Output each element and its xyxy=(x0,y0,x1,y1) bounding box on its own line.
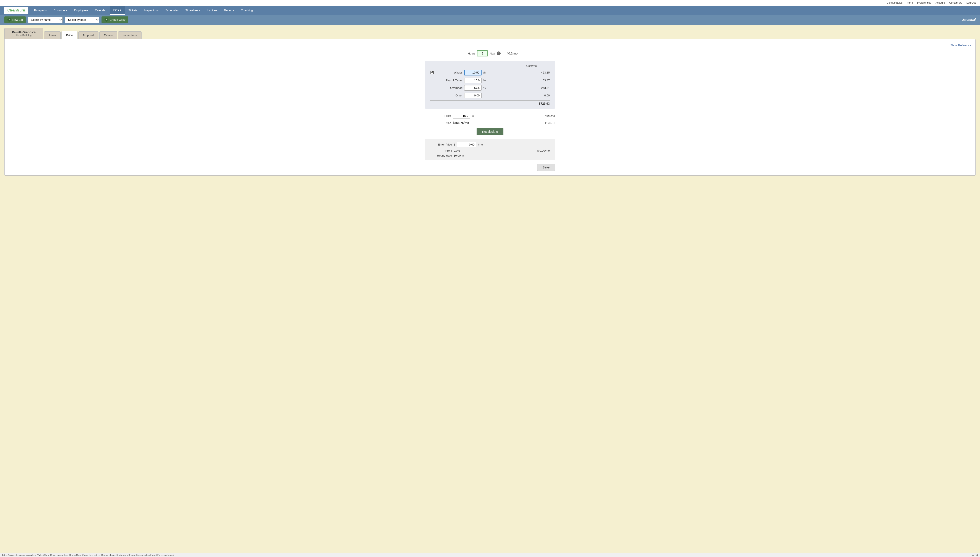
tab-company[interactable]: Pevelli Graphics Lima Building xyxy=(4,28,43,39)
hours-input[interactable] xyxy=(477,50,488,57)
log-out-link[interactable]: Log Out xyxy=(966,1,976,4)
contact-us-link[interactable]: Contact Us xyxy=(949,1,962,4)
price-row: Price $858.75/mo $128.81 xyxy=(425,121,555,125)
cost-total: $729.93 xyxy=(539,102,550,105)
payroll-taxes-row: 💾 Payroll Taxes % 63.47 xyxy=(430,78,550,83)
top-utility-bar: Consumables Form Preferences Account Con… xyxy=(0,0,980,6)
profit-input[interactable] xyxy=(453,113,470,119)
select-by-name-dropdown[interactable]: Select by name xyxy=(28,17,62,23)
other-row: 💾 Other 0.00 xyxy=(430,93,550,98)
new-bid-button[interactable]: ▶ New Bid xyxy=(4,16,26,23)
help-icon[interactable]: ? xyxy=(497,52,501,55)
payroll-taxes-input[interactable] xyxy=(464,78,482,83)
nav-prospects[interactable]: Prospects xyxy=(31,6,50,15)
payroll-taxes-unit: % xyxy=(483,79,489,82)
other-input[interactable] xyxy=(464,93,482,98)
price-value: $858.75/mo xyxy=(453,121,479,125)
content-area: Pevelli Graphics Lima Building Areas Pri… xyxy=(0,24,980,179)
nav-coaching[interactable]: Coaching xyxy=(238,6,256,15)
status-url: https://www.cleanguru.com/demoVideo/Clea… xyxy=(2,554,174,556)
overhead-label: Overhead xyxy=(436,86,462,90)
enter-price-unit: /mo xyxy=(478,143,483,146)
disk-icon: 💾 xyxy=(430,71,434,74)
overhead-cost: 243.31 xyxy=(532,86,550,90)
logo: CleanGuru xyxy=(4,7,28,14)
nav-timesheets[interactable]: Timesheets xyxy=(183,6,203,15)
save-row: Save xyxy=(425,164,555,171)
status-icons: ☰ ⊞ xyxy=(972,554,978,556)
cost-total-row: $729.93 xyxy=(430,100,550,105)
form-link[interactable]: Form xyxy=(907,1,913,4)
wages-cost: 423.15 xyxy=(532,71,550,74)
tab-price[interactable]: Price xyxy=(62,31,77,39)
wages-unit: /hr xyxy=(483,71,489,74)
nav-reports[interactable]: Reports xyxy=(221,6,237,15)
hours-per-day: /day xyxy=(490,52,495,55)
logo-guru: Guru xyxy=(17,8,25,12)
enter-price-label: Enter Price xyxy=(430,143,452,146)
nav-employees[interactable]: Employees xyxy=(71,6,91,15)
enter-price-input[interactable] xyxy=(457,142,476,147)
nav-inspections[interactable]: Inspections xyxy=(141,6,162,15)
cost-section: Cost/mo 💾 Wages /hr 423.15 💾 Payroll Tax… xyxy=(425,61,555,109)
dollar-sign: $ xyxy=(454,143,455,146)
wages-label: Wages xyxy=(436,71,462,74)
tab-inspections[interactable]: Inspections xyxy=(118,31,142,39)
nav-calendar[interactable]: Calendar xyxy=(92,6,109,15)
other-label: Other xyxy=(436,94,462,97)
payroll-taxes-label: Payroll Taxes xyxy=(436,79,462,82)
tab-areas[interactable]: Areas xyxy=(44,31,60,39)
building-name: Lima Building xyxy=(10,34,38,37)
create-copy-button[interactable]: ▶ Create Copy xyxy=(101,16,128,23)
cost-header: Cost/mo xyxy=(430,64,550,67)
profit-label: Profit xyxy=(425,114,451,117)
ep-profit-right: $ 0.00/mo xyxy=(537,149,550,152)
ep-profit-row: Profit 0.0% $ 0.00/mo xyxy=(430,149,550,152)
other-cost: 0.00 xyxy=(532,94,550,97)
main-navigation: CleanGuru Prospects Customers Employees … xyxy=(0,6,980,15)
bid-type-label: Janitorial xyxy=(962,18,976,21)
account-link[interactable]: Account xyxy=(936,1,945,4)
show-reference-link[interactable]: Show Reference xyxy=(9,44,971,47)
overhead-unit: % xyxy=(483,86,489,90)
nav-bids[interactable]: Bids ▼ xyxy=(110,6,125,15)
nav-tickets[interactable]: Tickets xyxy=(126,6,140,15)
nav-schedules[interactable]: Schedules xyxy=(162,6,181,15)
preferences-link[interactable]: Preferences xyxy=(917,1,931,4)
wages-input[interactable] xyxy=(464,70,482,75)
list-icon: ☰ xyxy=(972,554,974,556)
overhead-row: 💾 Overhead % 243.31 xyxy=(430,85,550,91)
hours-label: Hours xyxy=(462,52,475,55)
recalculate-row: Recalculate xyxy=(425,128,555,135)
ep-hourly-row: Hourly Rate $0.00/hr xyxy=(430,154,550,157)
consumables-link[interactable]: Consumables xyxy=(887,1,903,4)
bids-dropdown-arrow: ▼ xyxy=(119,9,122,11)
price-label: Price xyxy=(425,121,451,125)
bids-toolbar: ▶ New Bid Select by name Select by date … xyxy=(0,15,980,24)
save-button[interactable]: Save xyxy=(537,164,555,171)
ep-hourly-value: $0.00/hr xyxy=(454,154,464,157)
enter-price-row: Enter Price $ /mo xyxy=(430,142,550,147)
select-by-date-dropdown[interactable]: Select by date xyxy=(65,17,100,23)
play-icon: ▶ xyxy=(7,18,11,22)
price-panel: Show Reference Hours /day ? 40.3/mo Cost… xyxy=(4,39,976,176)
enter-price-section: Enter Price $ /mo Profit 0.0% $ 0.00/mo … xyxy=(425,139,555,160)
profit-unit: % xyxy=(472,114,476,117)
overhead-input[interactable] xyxy=(464,85,482,91)
price-form: Hours /day ? 40.3/mo Cost/mo 💾 Wages /hr… xyxy=(425,50,555,171)
nav-invoices[interactable]: Invoices xyxy=(204,6,220,15)
profit-per-month-label: Profit/mo xyxy=(529,114,555,117)
hours-per-month: 40.3/mo xyxy=(507,52,518,55)
ep-profit-label: Profit xyxy=(430,149,452,152)
recalculate-button[interactable]: Recalculate xyxy=(477,128,503,135)
company-name: Pevelli Graphics xyxy=(10,31,38,34)
ep-profit-value: 0.0% xyxy=(454,149,471,152)
tab-tickets[interactable]: Tickets xyxy=(100,31,117,39)
nav-customers[interactable]: Customers xyxy=(51,6,70,15)
grid-icon: ⊞ xyxy=(976,554,978,556)
profit-row: Profit % Profit/mo xyxy=(425,113,555,119)
hours-row: Hours /day ? 40.3/mo xyxy=(425,50,555,57)
tab-bar: Pevelli Graphics Lima Building Areas Pri… xyxy=(4,28,976,39)
tab-proposal[interactable]: Proposal xyxy=(78,31,98,39)
wages-row: 💾 Wages /hr 423.15 xyxy=(430,70,550,75)
